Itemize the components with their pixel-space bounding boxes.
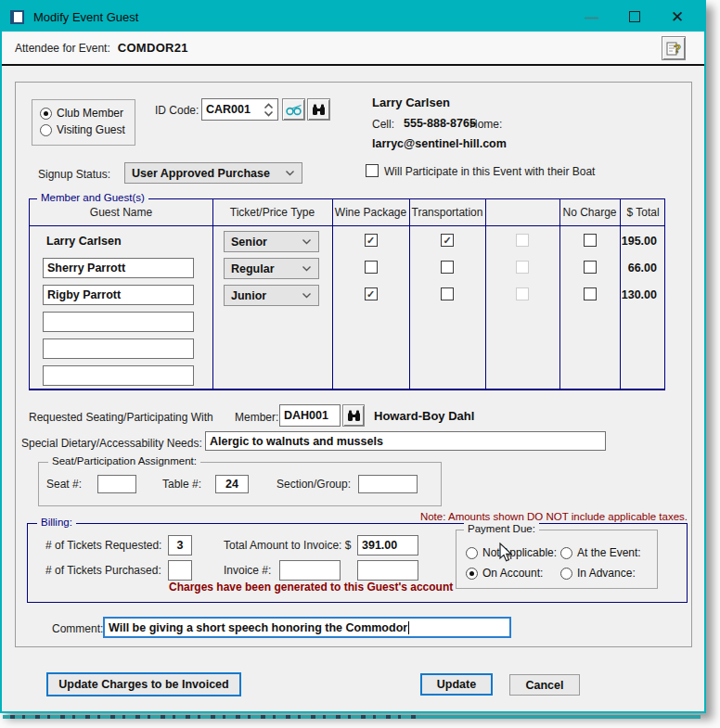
member-type-label: Visiting Guest <box>57 123 125 136</box>
signup-status-label: Signup Status: <box>38 168 110 181</box>
comment-input[interactable]: Will be giving a short speech honoring t… <box>103 617 511 638</box>
mouse-cursor <box>499 543 514 563</box>
text-caret <box>408 621 409 634</box>
column-divider <box>559 199 560 389</box>
guest-table: Member and Guest(s) Guest NameTicket/Pri… <box>29 198 665 390</box>
signup-status-value: User Approved Purchase <box>132 167 270 180</box>
help-icon: ? <box>665 40 682 57</box>
section-label: Section/Group: <box>276 478 351 491</box>
chevron-down-icon <box>302 238 312 245</box>
dietary-label: Special Dietary/Accessability Needs: <box>21 437 202 450</box>
dialog-content: Club MemberVisiting Guest ID Code: CAR00… <box>2 66 704 709</box>
maximize-button[interactable] <box>613 2 656 32</box>
guest-name-input[interactable]: Sherry Parrott <box>43 258 194 278</box>
tickets-purchased-label: # of Tickets Purchased: <box>45 564 161 577</box>
taxes-note: Note: Amounts shown DO NOT include appli… <box>420 511 688 522</box>
member-type-radio-0[interactable]: Club Member <box>40 107 123 120</box>
payment-radio-3[interactable]: In Advance: <box>560 567 636 580</box>
window-title: Modify Event Guest <box>33 10 138 24</box>
payment-due-legend: Payment Due: <box>464 523 539 534</box>
guest-name: Larry Carlsen <box>372 96 450 109</box>
seating-member-label: Member: <box>235 411 278 424</box>
column-header-6: $ Total <box>620 206 666 219</box>
column-divider <box>409 199 410 389</box>
invoice-label: Invoice #: <box>224 564 271 577</box>
invoice-input[interactable] <box>279 560 341 581</box>
tickets-purchased-input[interactable] <box>168 560 192 581</box>
boat-checkbox-label: Will Participate in this Event with thei… <box>384 165 595 178</box>
payment-radio-2[interactable]: On Account: <box>466 567 543 580</box>
total-invoice-value: 391.00 <box>362 539 397 552</box>
cancel-button[interactable]: Cancel <box>509 674 580 696</box>
total-invoice-input[interactable]: 391.00 <box>357 535 418 556</box>
boat-checkbox[interactable] <box>366 164 379 177</box>
billing-group: Billing: # of Tickets Requested: 3 Total… <box>27 523 688 603</box>
ticket-type-select[interactable]: Senior <box>224 231 319 252</box>
table-label: Table #: <box>162 478 201 491</box>
guest-name-input[interactable]: Rigby Parrott <box>43 285 194 305</box>
wine-package-checkbox[interactable]: ✓ <box>365 287 378 300</box>
form-panel: Club MemberVisiting Guest ID Code: CAR00… <box>15 82 692 647</box>
wine-package-checkbox[interactable] <box>365 261 378 274</box>
assignment-group: Seat/Participation Assignment: Seat #: T… <box>38 462 442 506</box>
table-input[interactable]: 24 <box>215 475 249 493</box>
column-divider <box>485 199 486 389</box>
ticket-type-select[interactable]: Junior <box>224 285 319 306</box>
row-total: 130.00 <box>622 288 657 301</box>
payment-radio-label: At the Event: <box>577 546 641 559</box>
radio-icon <box>560 547 572 559</box>
member-type-radio-1[interactable]: Visiting Guest <box>40 123 125 136</box>
search-member-button[interactable] <box>307 98 330 121</box>
id-code-spinner[interactable] <box>264 103 274 117</box>
ticket-type-select[interactable]: Regular <box>224 258 319 279</box>
radio-icon <box>560 568 572 580</box>
transportation-checkbox[interactable] <box>441 261 454 274</box>
guest-name-value: Rigby Parrott <box>47 288 121 301</box>
dialog-window: Modify Event Guest — ✕ Attendee for Even… <box>0 0 706 713</box>
minimize-button[interactable]: — <box>571 2 613 32</box>
member-type-group: Club MemberVisiting Guest <box>32 99 135 146</box>
dietary-input[interactable]: Alergic to walnuts and mussels <box>205 431 606 451</box>
column-divider <box>332 199 333 389</box>
guest-name-input[interactable] <box>43 365 194 386</box>
no-charge-checkbox[interactable] <box>584 287 597 300</box>
guest-name-input[interactable] <box>43 338 194 359</box>
table-row: Larry CarlsenSenior✓✓195.00 <box>30 228 664 255</box>
transportation-checkbox[interactable]: ✓ <box>441 234 454 247</box>
transportation-checkbox[interactable] <box>441 287 454 300</box>
member-type-label: Club Member <box>57 107 123 120</box>
signup-status-select[interactable]: User Approved Purchase <box>124 162 302 184</box>
payment-radio-1[interactable]: At the Event: <box>560 546 641 559</box>
id-code-input[interactable]: CAR001 <box>201 98 278 121</box>
help-button[interactable]: ? <box>662 36 686 60</box>
ticket-type-value: Senior <box>231 236 267 249</box>
seat-input[interactable] <box>97 475 136 493</box>
background-text-fragment <box>10 715 418 719</box>
browse-button[interactable] <box>282 98 305 121</box>
home-label: Home: <box>469 118 502 131</box>
seating-member-input[interactable]: DAH001 <box>279 404 341 427</box>
chevron-down-icon <box>302 265 312 272</box>
tickets-requested-input[interactable]: 3 <box>168 535 192 556</box>
invoice-input-2[interactable] <box>357 560 418 581</box>
update-button[interactable]: Update <box>420 673 493 696</box>
assignment-legend: Seat/Participation Assignment: <box>48 455 200 466</box>
guest-name-text: Larry Carlsen <box>46 235 122 248</box>
guest-email: larryc@sentinel-hill.com <box>372 137 507 150</box>
section-input[interactable] <box>358 475 418 493</box>
wine-package-checkbox[interactable]: ✓ <box>365 234 378 247</box>
chevron-down-icon <box>302 292 312 299</box>
search-seating-button[interactable] <box>342 404 365 427</box>
no-charge-checkbox[interactable] <box>584 234 597 247</box>
tickets-requested-value: 3 <box>177 539 184 552</box>
row-total: 66.00 <box>628 262 657 275</box>
update-charges-button[interactable]: Update Charges to be Invoiced <box>46 672 241 696</box>
no-charge-checkbox[interactable] <box>584 261 597 274</box>
event-code: COMDOR21 <box>118 41 188 55</box>
guest-name-input[interactable] <box>43 312 194 332</box>
radio-icon <box>40 124 52 136</box>
table-row <box>30 363 664 390</box>
background-window-strip <box>3 715 701 719</box>
close-button[interactable]: ✕ <box>656 2 699 32</box>
column-header-3: Transportation <box>409 206 485 219</box>
